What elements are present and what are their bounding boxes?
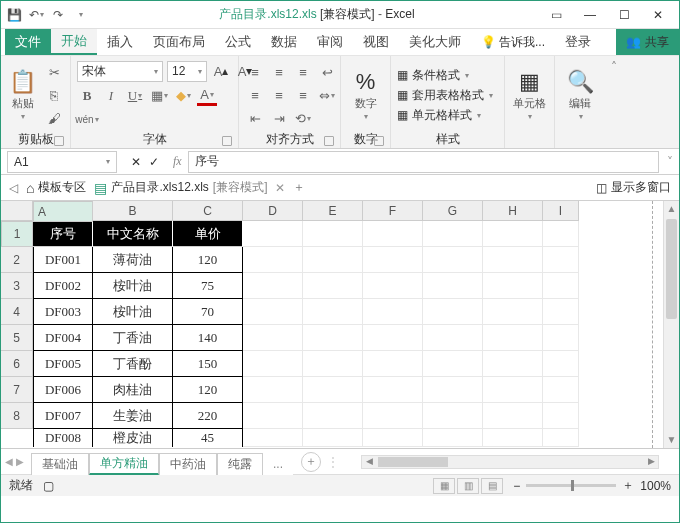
template-zone-tab[interactable]: ⌂模板专区 (26, 179, 86, 196)
zoom-value[interactable]: 100% (640, 479, 671, 493)
row-header-6[interactable]: 6 (1, 351, 33, 377)
cell-D1[interactable] (243, 221, 303, 247)
cell-styles-button[interactable]: ▦单元格样式▾ (397, 107, 493, 124)
collapse-ribbon-icon[interactable]: ˄ (605, 56, 623, 148)
cell-G4[interactable] (423, 299, 483, 325)
copy-icon[interactable]: ⎘ (44, 85, 64, 105)
cell-G9[interactable] (423, 429, 483, 447)
tab-home[interactable]: 开始 (51, 29, 97, 55)
cell-G1[interactable] (423, 221, 483, 247)
cell-B6[interactable]: 丁香酚 (93, 351, 173, 377)
dialog-launcher-icon[interactable] (324, 136, 334, 146)
cell-B7[interactable]: 肉桂油 (93, 377, 173, 403)
cell-A7[interactable]: DF006 (33, 377, 93, 403)
formula-bar[interactable]: 序号 (188, 151, 659, 173)
scroll-up-icon[interactable]: ▲ (664, 201, 679, 217)
scroll-thumb[interactable] (666, 219, 677, 319)
underline-button[interactable]: U▾ (125, 86, 145, 106)
cell-E5[interactable] (303, 325, 363, 351)
tab-share[interactable]: 👥共享 (616, 29, 679, 55)
cell-H3[interactable] (483, 273, 543, 299)
cell-A6[interactable]: DF005 (33, 351, 93, 377)
number-format-button[interactable]: % 数字 ▾ (347, 59, 384, 131)
cells-button[interactable]: ▦ 单元格 ▾ (511, 59, 548, 131)
cell-G3[interactable] (423, 273, 483, 299)
cell-A4[interactable]: DF003 (33, 299, 93, 325)
cell-E9[interactable] (303, 429, 363, 447)
cell-F5[interactable] (363, 325, 423, 351)
sheet-nav[interactable]: ◀ ▶ (5, 456, 24, 467)
cell-G5[interactable] (423, 325, 483, 351)
align-bottom-icon[interactable]: ≡ (293, 62, 313, 82)
cancel-formula-icon[interactable]: ✕ (131, 155, 141, 169)
cell-F2[interactable] (363, 247, 423, 273)
scroll-right-icon[interactable]: ▶ (644, 456, 658, 466)
font-size-select[interactable]: 12▾ (167, 61, 207, 82)
cell-C2[interactable]: 120 (173, 247, 243, 273)
align-left-icon[interactable]: ≡ (245, 85, 265, 105)
cell-F3[interactable] (363, 273, 423, 299)
phonetic-button[interactable]: wén▾ (77, 110, 97, 130)
row-header-2[interactable]: 2 (1, 247, 33, 273)
cell-B2[interactable]: 薄荷油 (93, 247, 173, 273)
hscroll-thumb[interactable] (378, 457, 448, 467)
cell-A5[interactable]: DF004 (33, 325, 93, 351)
cell-H9[interactable] (483, 429, 543, 447)
italic-button[interactable]: I (101, 86, 121, 106)
save-icon[interactable]: 💾 (5, 6, 23, 24)
cell-A9[interactable]: DF008 (33, 429, 93, 447)
undo-icon[interactable]: ↶▾ (27, 6, 45, 24)
cell-I8[interactable] (543, 403, 579, 429)
align-right-icon[interactable]: ≡ (293, 85, 313, 105)
align-center-icon[interactable]: ≡ (269, 85, 289, 105)
cell-A8[interactable]: DF007 (33, 403, 93, 429)
cell-I6[interactable] (543, 351, 579, 377)
format-as-table-button[interactable]: ▦套用表格格式▾ (397, 87, 493, 104)
ribbon-display-icon[interactable]: ▭ (545, 8, 567, 22)
dialog-launcher-icon[interactable] (54, 136, 64, 146)
cell-I4[interactable] (543, 299, 579, 325)
cell-D4[interactable] (243, 299, 303, 325)
format-painter-icon[interactable]: 🖌 (44, 108, 64, 128)
cell-F7[interactable] (363, 377, 423, 403)
cell-G2[interactable] (423, 247, 483, 273)
close-tab-icon[interactable]: ✕ (275, 181, 285, 195)
show-multi-window[interactable]: ◫显示多窗口 (596, 179, 671, 196)
cell-G7[interactable] (423, 377, 483, 403)
cell-F9[interactable] (363, 429, 423, 447)
cell-B4[interactable]: 桉叶油 (93, 299, 173, 325)
vertical-scrollbar[interactable]: ▲ ▼ (663, 201, 679, 448)
tab-insert[interactable]: 插入 (97, 29, 143, 55)
sheet-tab-4[interactable]: 纯露 (217, 453, 263, 475)
cell-C7[interactable]: 120 (173, 377, 243, 403)
maximize-icon[interactable]: ☐ (613, 8, 635, 22)
row-header-8[interactable]: 8 (1, 403, 33, 429)
cell-A3[interactable]: DF002 (33, 273, 93, 299)
cell-C4[interactable]: 70 (173, 299, 243, 325)
minimize-icon[interactable]: — (579, 8, 601, 22)
cell-B8[interactable]: 生姜油 (93, 403, 173, 429)
page-layout-view-icon[interactable]: ▥ (457, 478, 479, 494)
font-color-button[interactable]: A▾ (197, 86, 217, 106)
macro-record-icon[interactable]: ▢ (43, 479, 54, 493)
cut-icon[interactable]: ✂ (44, 62, 64, 82)
enter-formula-icon[interactable]: ✓ (149, 155, 159, 169)
row-header-3[interactable]: 3 (1, 273, 33, 299)
dialog-launcher-icon[interactable] (374, 136, 384, 146)
tab-page-layout[interactable]: 页面布局 (143, 29, 215, 55)
cell-E3[interactable] (303, 273, 363, 299)
increase-font-icon[interactable]: A▴ (211, 61, 231, 81)
cell-I7[interactable] (543, 377, 579, 403)
cell-I1[interactable] (543, 221, 579, 247)
align-top-icon[interactable]: ≡ (245, 62, 265, 82)
cell-I2[interactable] (543, 247, 579, 273)
tab-tell-me[interactable]: 💡告诉我... (471, 29, 555, 55)
cell-I5[interactable] (543, 325, 579, 351)
sheet-tab-1[interactable]: 基础油 (31, 453, 89, 475)
sheet-tab-3[interactable]: 中药油 (159, 453, 217, 475)
cell-H8[interactable] (483, 403, 543, 429)
cell-D3[interactable] (243, 273, 303, 299)
col-header-D[interactable]: D (243, 201, 303, 221)
col-header-F[interactable]: F (363, 201, 423, 221)
cell-F4[interactable] (363, 299, 423, 325)
